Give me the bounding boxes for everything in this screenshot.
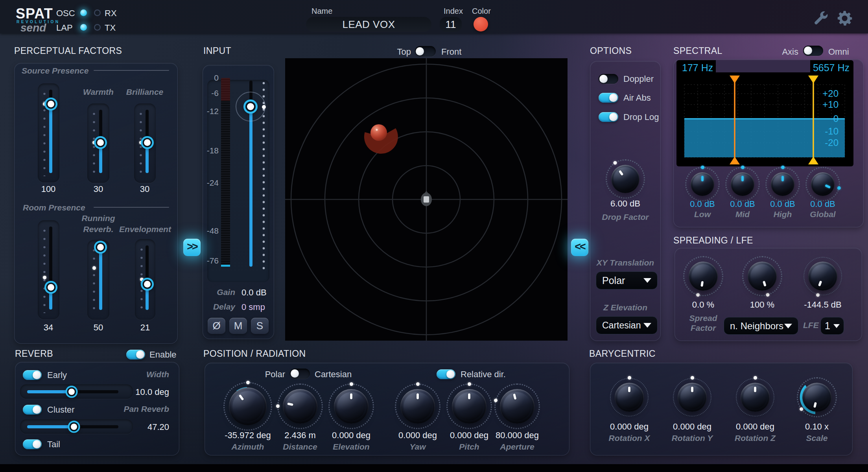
rotation-x-knob[interactable] <box>615 383 644 412</box>
elevation-knob[interactable] <box>334 389 369 424</box>
envelopment-label: Envelopment <box>114 225 177 234</box>
chevron-down-icon <box>643 278 651 283</box>
air-abs-toggle[interactable] <box>599 93 618 103</box>
slider-handle[interactable] <box>68 389 75 395</box>
gain-value[interactable]: 0.0 dB <box>241 288 267 298</box>
slider-handle[interactable] <box>71 424 77 430</box>
spread-factor-value[interactable]: 0.0 % <box>672 300 735 310</box>
lfe-channel-dropdown[interactable]: 1 <box>820 317 844 335</box>
slider-handle[interactable] <box>144 139 151 146</box>
slider-handle[interactable] <box>97 139 104 146</box>
polar-label: Polar <box>252 369 285 380</box>
slider-handle[interactable] <box>144 281 151 288</box>
brilliance-slider[interactable] <box>134 103 156 183</box>
spectral-global-value[interactable]: 0.0 dB <box>795 199 850 209</box>
spectral-high-knob[interactable] <box>771 172 794 196</box>
svg-text:0: 0 <box>833 113 839 124</box>
lap-led[interactable] <box>80 24 87 31</box>
relative-dir-toggle[interactable] <box>437 369 455 379</box>
spectral-low-knob[interactable] <box>691 172 714 196</box>
top-front-toggle[interactable] <box>415 46 436 57</box>
tx-label: TX <box>105 23 116 33</box>
z-elevation-value: Cartesian <box>602 320 641 331</box>
axis-label: Axis <box>767 47 798 57</box>
reverb-tail-toggle[interactable] <box>23 439 42 449</box>
rotation-y-value[interactable]: 0.000 deg <box>661 422 724 432</box>
source-color-swatch[interactable] <box>474 17 488 31</box>
delay-value[interactable]: 0 smp <box>241 302 265 312</box>
warmth-slider[interactable] <box>87 103 109 183</box>
aperture-knob[interactable] <box>500 389 534 424</box>
spread-mode-dropdown[interactable]: n. Neighbors <box>724 317 798 335</box>
gain-slider-handle[interactable] <box>247 103 254 110</box>
slider-handle[interactable] <box>97 244 104 251</box>
slider-fill <box>146 284 149 310</box>
slider-handle[interactable] <box>48 284 54 291</box>
divider <box>94 70 169 71</box>
drop-log-toggle[interactable] <box>599 112 618 122</box>
axis-omni-toggle[interactable] <box>803 46 823 56</box>
scale-value[interactable]: 0.10 x <box>785 422 848 432</box>
z-elevation-dropdown[interactable]: Cartesian <box>596 316 658 334</box>
lap-label: LAP <box>56 23 73 33</box>
rotation-y-knob[interactable] <box>678 383 707 412</box>
slider-handle[interactable] <box>48 101 54 107</box>
wrench-icon[interactable] <box>812 10 829 28</box>
rx-led[interactable] <box>94 9 101 16</box>
reverb-enable-toggle[interactable] <box>126 350 145 360</box>
drop-factor-value[interactable]: 6.00 dB <box>590 199 661 209</box>
brilliance-label: Brilliance <box>117 87 172 97</box>
doppler-toggle[interactable] <box>599 74 618 84</box>
polar-cartesian-toggle[interactable] <box>290 369 310 379</box>
envelopment-slider[interactable] <box>135 239 155 320</box>
spread-factor-knob[interactable] <box>689 262 718 291</box>
distance-knob[interactable] <box>283 389 317 424</box>
scale-knob[interactable] <box>802 383 831 412</box>
aperture-value[interactable]: 80.000 deg <box>482 430 553 441</box>
source-object[interactable] <box>370 124 387 141</box>
rotation-z-knob[interactable] <box>741 383 770 412</box>
index-value[interactable]: 11 <box>440 17 462 32</box>
neighbors-amount-knob[interactable] <box>748 262 777 291</box>
settings-gear-icon[interactable] <box>836 9 854 28</box>
spectral-mid-knob[interactable] <box>731 172 754 196</box>
lfe-level-value[interactable]: -144.5 dB <box>791 300 854 310</box>
expand-left-panel-button[interactable]: >> <box>183 239 201 256</box>
spatial-radar-view[interactable] <box>285 58 568 341</box>
gain-slider-marker-dot <box>262 105 266 109</box>
reverb-early-label: Early <box>47 370 67 380</box>
reverb-early-toggle[interactable] <box>23 370 42 380</box>
reverb-cluster-toggle[interactable] <box>23 405 42 415</box>
yaw-knob[interactable] <box>400 389 435 424</box>
phase-invert-button[interactable]: Ø <box>208 318 225 334</box>
high-cut-frequency-value[interactable]: 5657 Hz <box>805 62 850 74</box>
spectral-global-knob[interactable] <box>811 172 835 196</box>
xy-translation-dropdown[interactable]: Polar <box>596 271 658 289</box>
azimuth-knob[interactable] <box>229 387 267 425</box>
color-label: Color <box>472 7 491 16</box>
tx-led[interactable] <box>94 24 101 31</box>
neighbors-amount-value[interactable]: 100 % <box>731 300 794 310</box>
osc-led[interactable] <box>80 9 87 16</box>
rotation-x-value[interactable]: 0.000 deg <box>598 422 661 432</box>
room-presence-slider[interactable] <box>38 220 59 319</box>
collapse-right-panel-button[interactable]: << <box>571 239 588 256</box>
relative-dir-label: Relative dir. <box>461 369 506 380</box>
slider-fill <box>99 142 102 173</box>
elevation-value[interactable]: 0.000 deg <box>316 430 387 441</box>
solo-button[interactable]: S <box>251 318 269 334</box>
xy-translation-label: XY Translation <box>590 258 661 267</box>
pitch-knob[interactable] <box>452 389 487 424</box>
running-reverb-slider[interactable] <box>87 240 109 320</box>
name-input[interactable]: LEAD VOX <box>306 17 431 32</box>
low-cut-frequency-value[interactable]: 177 Hz <box>682 62 713 74</box>
mute-button[interactable]: M <box>229 318 247 334</box>
meter-scale-12: -12 <box>203 107 219 116</box>
meter-scale-48: -48 <box>203 226 219 236</box>
drop-factor-knob[interactable] <box>611 165 639 193</box>
lfe-level-knob[interactable] <box>808 262 837 291</box>
running-reverb-value: 50 <box>75 323 122 333</box>
source-presence-slider[interactable] <box>38 83 59 183</box>
meter-scale-24: -24 <box>203 178 219 188</box>
rotation-z-value[interactable]: 0.000 deg <box>724 422 787 432</box>
